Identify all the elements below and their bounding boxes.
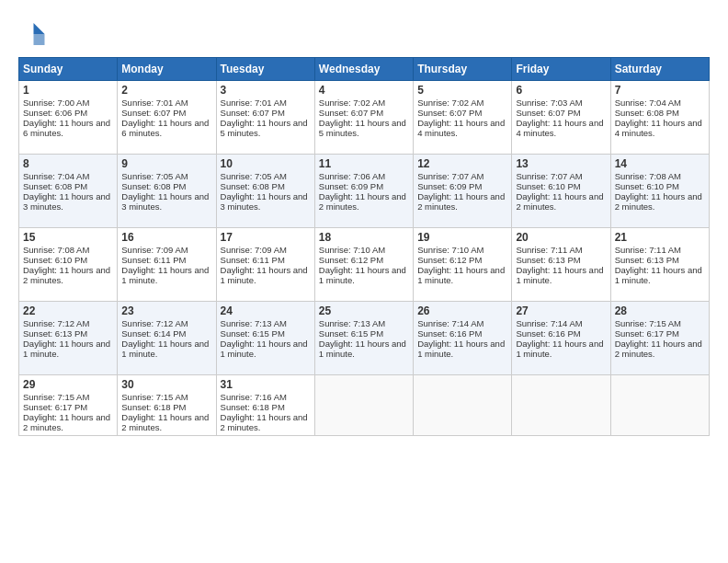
calendar-cell: 8Sunrise: 7:04 AMSunset: 6:08 PMDaylight… — [19, 155, 118, 228]
day-number: 29 — [23, 378, 113, 391]
calendar-week-3: 15Sunrise: 7:08 AMSunset: 6:10 PMDayligh… — [19, 228, 710, 302]
calendar-cell: 13Sunrise: 7:07 AMSunset: 6:10 PMDayligh… — [512, 155, 610, 228]
day-info: Sunrise: 7:03 AMSunset: 6:07 PMDaylight:… — [516, 98, 603, 138]
calendar-cell: 6Sunrise: 7:03 AMSunset: 6:07 PMDaylight… — [512, 81, 610, 155]
calendar-week-2: 8Sunrise: 7:04 AMSunset: 6:08 PMDaylight… — [19, 155, 710, 228]
day-number: 9 — [121, 157, 211, 170]
day-number: 31 — [221, 378, 311, 391]
logo-icon — [18, 20, 46, 48]
calendar: SundayMondayTuesdayWednesdayThursdayFrid… — [18, 57, 710, 436]
calendar-cell: 3Sunrise: 7:01 AMSunset: 6:07 PMDaylight… — [216, 81, 314, 155]
day-info: Sunrise: 7:07 AMSunset: 6:09 PMDaylight:… — [417, 171, 505, 212]
day-number: 17 — [221, 231, 311, 244]
calendar-cell: 23Sunrise: 7:12 AMSunset: 6:14 PMDayligh… — [118, 302, 216, 375]
calendar-cell: 10Sunrise: 7:05 AMSunset: 6:08 PMDayligh… — [216, 155, 314, 228]
day-info: Sunrise: 7:00 AMSunset: 6:06 PMDaylight:… — [23, 98, 110, 138]
day-number: 11 — [319, 157, 409, 170]
day-info: Sunrise: 7:09 AMSunset: 6:11 PMDaylight:… — [221, 245, 308, 285]
weekday-header-friday: Friday — [512, 58, 610, 81]
day-number: 16 — [121, 231, 211, 244]
calendar-cell — [512, 375, 610, 436]
day-info: Sunrise: 7:12 AMSunset: 6:14 PMDaylight:… — [121, 318, 209, 359]
calendar-cell: 1Sunrise: 7:00 AMSunset: 6:06 PMDaylight… — [19, 81, 118, 155]
day-info: Sunrise: 7:11 AMSunset: 6:13 PMDaylight:… — [615, 245, 702, 285]
weekday-header-wednesday: Wednesday — [314, 58, 413, 81]
calendar-cell: 29Sunrise: 7:15 AMSunset: 6:17 PMDayligh… — [19, 375, 118, 436]
calendar-cell: 4Sunrise: 7:02 AMSunset: 6:07 PMDaylight… — [314, 81, 413, 155]
day-number: 12 — [417, 157, 507, 170]
day-info: Sunrise: 7:08 AMSunset: 6:10 PMDaylight:… — [615, 171, 702, 212]
day-info: Sunrise: 7:02 AMSunset: 6:07 PMDaylight:… — [319, 98, 406, 138]
weekday-header-saturday: Saturday — [610, 58, 709, 81]
day-number: 10 — [221, 157, 311, 170]
day-number: 21 — [615, 231, 705, 244]
day-number: 1 — [23, 84, 113, 97]
day-number: 19 — [417, 231, 507, 244]
calendar-week-5: 29Sunrise: 7:15 AMSunset: 6:17 PMDayligh… — [19, 375, 710, 436]
day-info: Sunrise: 7:05 AMSunset: 6:08 PMDaylight:… — [221, 171, 308, 212]
calendar-cell: 2Sunrise: 7:01 AMSunset: 6:07 PMDaylight… — [118, 81, 216, 155]
day-info: Sunrise: 7:01 AMSunset: 6:07 PMDaylight:… — [221, 98, 308, 138]
day-info: Sunrise: 7:15 AMSunset: 6:17 PMDaylight:… — [23, 392, 110, 432]
day-info: Sunrise: 7:04 AMSunset: 6:08 PMDaylight:… — [23, 171, 110, 212]
day-info: Sunrise: 7:11 AMSunset: 6:13 PMDaylight:… — [516, 245, 603, 285]
day-info: Sunrise: 7:07 AMSunset: 6:10 PMDaylight:… — [516, 171, 603, 212]
day-number: 26 — [417, 304, 507, 317]
logo — [18, 20, 50, 48]
calendar-cell: 25Sunrise: 7:13 AMSunset: 6:15 PMDayligh… — [314, 302, 413, 375]
calendar-week-1: 1Sunrise: 7:00 AMSunset: 6:06 PMDaylight… — [19, 81, 710, 155]
day-info: Sunrise: 7:01 AMSunset: 6:07 PMDaylight:… — [121, 98, 209, 138]
day-number: 25 — [319, 304, 409, 317]
day-info: Sunrise: 7:04 AMSunset: 6:08 PMDaylight:… — [615, 98, 702, 138]
day-number: 18 — [319, 231, 409, 244]
day-info: Sunrise: 7:12 AMSunset: 6:13 PMDaylight:… — [23, 318, 110, 359]
day-number: 28 — [615, 304, 705, 317]
calendar-cell: 11Sunrise: 7:06 AMSunset: 6:09 PMDayligh… — [314, 155, 413, 228]
day-number: 23 — [121, 304, 211, 317]
calendar-cell: 17Sunrise: 7:09 AMSunset: 6:11 PMDayligh… — [216, 228, 314, 302]
day-info: Sunrise: 7:16 AMSunset: 6:18 PMDaylight:… — [221, 392, 308, 432]
day-info: Sunrise: 7:14 AMSunset: 6:16 PMDaylight:… — [516, 318, 603, 359]
weekday-header-monday: Monday — [118, 58, 216, 81]
calendar-cell — [414, 375, 512, 436]
calendar-cell: 20Sunrise: 7:11 AMSunset: 6:13 PMDayligh… — [512, 228, 610, 302]
page: SundayMondayTuesdayWednesdayThursdayFrid… — [0, 0, 728, 445]
calendar-cell: 27Sunrise: 7:14 AMSunset: 6:16 PMDayligh… — [512, 302, 610, 375]
day-info: Sunrise: 7:13 AMSunset: 6:15 PMDaylight:… — [319, 318, 406, 359]
calendar-cell: 26Sunrise: 7:14 AMSunset: 6:16 PMDayligh… — [414, 302, 512, 375]
day-info: Sunrise: 7:08 AMSunset: 6:10 PMDaylight:… — [23, 245, 110, 285]
calendar-cell: 5Sunrise: 7:02 AMSunset: 6:07 PMDaylight… — [414, 81, 512, 155]
calendar-cell: 12Sunrise: 7:07 AMSunset: 6:09 PMDayligh… — [414, 155, 512, 228]
day-number: 22 — [23, 304, 113, 317]
calendar-cell — [610, 375, 709, 436]
calendar-cell: 14Sunrise: 7:08 AMSunset: 6:10 PMDayligh… — [610, 155, 709, 228]
calendar-cell: 24Sunrise: 7:13 AMSunset: 6:15 PMDayligh… — [216, 302, 314, 375]
day-number: 24 — [221, 304, 311, 317]
day-number: 7 — [615, 84, 705, 97]
weekday-header-thursday: Thursday — [414, 58, 512, 81]
calendar-cell: 22Sunrise: 7:12 AMSunset: 6:13 PMDayligh… — [19, 302, 118, 375]
calendar-week-4: 22Sunrise: 7:12 AMSunset: 6:13 PMDayligh… — [19, 302, 710, 375]
day-number: 3 — [221, 84, 311, 97]
day-number: 27 — [516, 304, 606, 317]
calendar-cell: 18Sunrise: 7:10 AMSunset: 6:12 PMDayligh… — [314, 228, 413, 302]
svg-marker-0 — [34, 23, 45, 34]
day-number: 15 — [23, 231, 113, 244]
day-info: Sunrise: 7:15 AMSunset: 6:17 PMDaylight:… — [615, 318, 702, 359]
day-info: Sunrise: 7:13 AMSunset: 6:15 PMDaylight:… — [221, 318, 308, 359]
weekday-header-sunday: Sunday — [19, 58, 118, 81]
calendar-cell: 31Sunrise: 7:16 AMSunset: 6:18 PMDayligh… — [216, 375, 314, 436]
weekday-header-row: SundayMondayTuesdayWednesdayThursdayFrid… — [19, 58, 710, 81]
day-number: 30 — [121, 378, 211, 391]
calendar-cell: 15Sunrise: 7:08 AMSunset: 6:10 PMDayligh… — [19, 228, 118, 302]
calendar-cell: 19Sunrise: 7:10 AMSunset: 6:12 PMDayligh… — [414, 228, 512, 302]
calendar-cell: 28Sunrise: 7:15 AMSunset: 6:17 PMDayligh… — [610, 302, 709, 375]
day-info: Sunrise: 7:10 AMSunset: 6:12 PMDaylight:… — [417, 245, 505, 285]
day-info: Sunrise: 7:15 AMSunset: 6:18 PMDaylight:… — [121, 392, 209, 432]
day-number: 5 — [417, 84, 507, 97]
day-number: 20 — [516, 231, 606, 244]
day-number: 2 — [121, 84, 211, 97]
day-info: Sunrise: 7:02 AMSunset: 6:07 PMDaylight:… — [417, 98, 505, 138]
day-info: Sunrise: 7:14 AMSunset: 6:16 PMDaylight:… — [417, 318, 505, 359]
weekday-header-tuesday: Tuesday — [216, 58, 314, 81]
